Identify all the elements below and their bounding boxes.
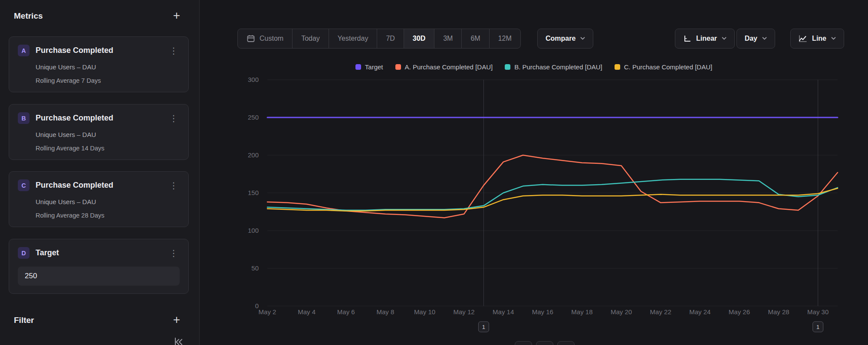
target-title: Target	[36, 248, 168, 257]
legend-item[interactable]: A. Purchase Completed [DAU]	[395, 63, 493, 71]
metric-detail[interactable]: Rolling Average 14 Days	[36, 145, 180, 152]
range-label: 12M	[498, 35, 512, 42]
metric-card-b[interactable]: B Purchase Completed ⋮ Unique Users – DA…	[9, 104, 189, 160]
legend-label: Target	[365, 63, 383, 71]
x-axis-tick-label: May 16	[532, 308, 553, 316]
range-6m-button[interactable]: 6M	[461, 29, 489, 48]
legend-item[interactable]: C. Purchase Completed [DAU]	[615, 63, 712, 71]
filter-section-header: Filter	[14, 316, 34, 325]
metric-badge: B	[18, 112, 30, 124]
axis-icon	[683, 35, 691, 43]
chevron-down-icon	[722, 37, 727, 40]
metric-badge: C	[18, 179, 30, 191]
annotations-button[interactable]	[515, 341, 532, 345]
kebab-menu-icon[interactable]: ⋮	[168, 46, 180, 55]
range-label: 30D	[413, 35, 425, 42]
chart-type-selector-button[interactable]: Line	[790, 29, 844, 49]
metric-title: Purchase Completed	[36, 114, 168, 123]
x-axis-tick-label: May 12	[454, 308, 475, 316]
x-axis-tick-label: May 24	[689, 308, 710, 316]
metrics-line-chart[interactable]: 05010015020025030011May 2May 4May 6May 8…	[200, 56, 868, 345]
granularity-selector-button[interactable]: Day	[736, 29, 775, 49]
x-axis-tick-label: May 8	[376, 308, 394, 316]
y-axis-tick-label: 200	[248, 151, 259, 159]
granularity-label: Day	[745, 35, 757, 42]
chevron-down-icon	[831, 37, 836, 40]
export-button[interactable]	[557, 341, 575, 345]
kebab-menu-icon[interactable]: ⋮	[168, 181, 180, 190]
legend-label: A. Purchase Completed [DAU]	[405, 63, 493, 71]
range-12m-button[interactable]: 12M	[489, 29, 520, 48]
chevron-down-icon	[762, 37, 767, 40]
range-today-button[interactable]: Today	[292, 29, 329, 48]
sidebar: Metrics + A Purchase Completed ⋮ Unique …	[0, 0, 200, 345]
metric-badge: A	[18, 45, 30, 56]
x-axis-tick-label: May 26	[729, 308, 750, 316]
range-label: 6M	[470, 35, 480, 42]
legend-swatch-icon	[395, 64, 401, 70]
x-axis-tick-label: May 18	[571, 308, 592, 316]
metric-subtitle: Unique Users – DAU	[36, 198, 180, 205]
y-axis-tick-label: 100	[248, 227, 259, 234]
range-label: Custom	[260, 35, 283, 42]
range-yesterday-button[interactable]: Yesterday	[329, 29, 377, 48]
calendar-icon	[247, 34, 255, 43]
x-axis-tick-label: May 20	[611, 308, 632, 316]
metric-card-a[interactable]: A Purchase Completed ⋮ Unique Users – DA…	[9, 36, 189, 92]
collapse-sidebar-icon[interactable]	[173, 336, 187, 345]
range-7d-button[interactable]: 7D	[377, 29, 403, 48]
metric-detail[interactable]: Rolling Average 7 Days	[36, 77, 180, 84]
metric-subtitle: Unique Users – DAU	[36, 131, 180, 138]
target-card[interactable]: D Target ⋮	[9, 239, 189, 294]
line-chart-icon	[799, 35, 807, 42]
range-label: Today	[301, 35, 320, 42]
metrics-section-header: Metrics	[14, 11, 43, 21]
scale-selector-button[interactable]: Linear	[675, 29, 735, 49]
kebab-menu-icon[interactable]: ⋮	[168, 249, 180, 257]
x-axis-tick-label: May 28	[768, 308, 789, 316]
legend-swatch-icon	[615, 64, 620, 70]
series-line	[267, 189, 838, 211]
compare-button[interactable]: Compare	[537, 29, 593, 49]
legend-swatch-icon	[505, 64, 510, 70]
metric-title: Purchase Completed	[36, 46, 168, 55]
compare-label: Compare	[546, 35, 575, 42]
range-3m-button[interactable]: 3M	[434, 29, 461, 48]
scale-label: Linear	[696, 35, 717, 42]
x-axis-tick-label: May 4	[298, 308, 316, 316]
legend-item[interactable]: Target	[355, 63, 383, 71]
x-axis-tick-label: May 22	[650, 308, 671, 316]
kebab-menu-icon[interactable]: ⋮	[168, 114, 180, 123]
annotation-badge-label: 1	[482, 324, 485, 330]
range-custom-button[interactable]: Custom	[238, 29, 292, 48]
metric-detail[interactable]: Rolling Average 28 Days	[36, 212, 180, 219]
legend-label: B. Purchase Completed [DAU]	[514, 63, 602, 71]
series-line	[267, 155, 838, 218]
legend-item[interactable]: B. Purchase Completed [DAU]	[505, 63, 602, 71]
legend-label: C. Purchase Completed [DAU]	[624, 63, 712, 71]
metric-badge: D	[18, 247, 30, 259]
x-axis-tick-label: May 14	[493, 308, 514, 316]
chart-bottom-toolbar	[515, 341, 575, 345]
y-axis-tick-label: 300	[248, 76, 259, 83]
x-axis-tick-label: May 6	[337, 308, 355, 316]
range-label: 7D	[386, 35, 395, 42]
chart-type-label: Line	[812, 35, 826, 42]
range-label: Yesterday	[338, 35, 368, 42]
y-axis-tick-label: 50	[251, 264, 259, 272]
metric-card-c[interactable]: C Purchase Completed ⋮ Unique Users – DA…	[9, 171, 189, 227]
chart-legend: TargetA. Purchase Completed [DAU]B. Purc…	[200, 63, 868, 72]
y-axis-tick-label: 250	[248, 114, 259, 121]
annotation-badge-label: 1	[816, 324, 819, 330]
metric-subtitle: Unique Users – DAU	[36, 63, 180, 71]
target-value-input[interactable]	[18, 267, 180, 286]
chevron-down-icon	[580, 37, 585, 40]
add-metric-button[interactable]: +	[170, 10, 183, 23]
range-30d-button[interactable]: 30D	[404, 29, 434, 48]
alerts-button[interactable]	[536, 341, 553, 345]
range-label: 3M	[443, 35, 453, 42]
add-filter-button[interactable]: +	[170, 314, 183, 327]
x-axis-tick-label: May 10	[414, 308, 435, 316]
metrics-dashboard: Metrics + A Purchase Completed ⋮ Unique …	[0, 0, 868, 345]
metric-title: Purchase Completed	[36, 181, 168, 190]
